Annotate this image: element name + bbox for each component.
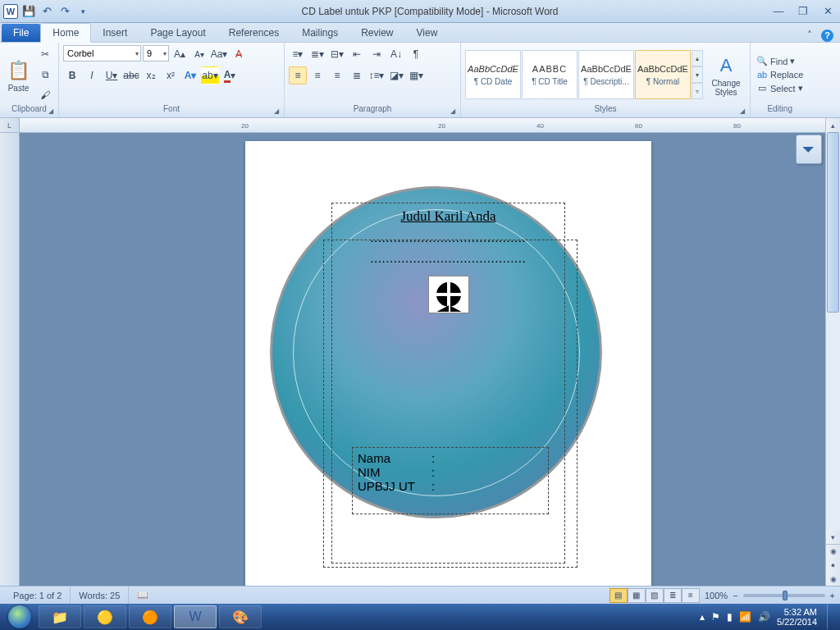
- font-color-button[interactable]: A▾: [221, 66, 239, 84]
- bullets-button[interactable]: ≡▾: [289, 45, 307, 63]
- dots-line-2[interactable]: ........................................: [332, 252, 564, 266]
- style-description[interactable]: AaBbCcDdE¶ Descripti...: [578, 50, 634, 99]
- help-icon[interactable]: ?: [821, 30, 833, 42]
- tray-show-hidden-icon[interactable]: ▴: [700, 611, 705, 623]
- page-count[interactable]: Page: 1 of 2: [5, 587, 71, 604]
- tab-file[interactable]: File: [2, 24, 40, 42]
- bottom-text-frame[interactable]: Nama: NIM: UPBJJ UT:: [352, 447, 549, 514]
- zoom-out-button[interactable]: −: [733, 591, 737, 600]
- tab-insert[interactable]: Insert: [91, 24, 139, 42]
- save-icon[interactable]: 💾: [21, 4, 36, 19]
- underline-button[interactable]: U▾: [103, 66, 121, 84]
- undo-icon[interactable]: ↶: [39, 4, 54, 19]
- clipboard-launcher-icon[interactable]: ◢: [48, 107, 57, 116]
- borders-button[interactable]: ▦▾: [407, 66, 425, 84]
- clear-format-button[interactable]: A̶: [230, 45, 248, 63]
- zoom-value[interactable]: 100%: [700, 591, 733, 600]
- tray-volume-icon[interactable]: 🔊: [758, 611, 770, 623]
- font-launcher-icon[interactable]: ◢: [274, 107, 282, 116]
- browse-object-button[interactable]: ●: [826, 558, 840, 572]
- taskbar-chrome[interactable]: 🟡: [84, 605, 126, 628]
- align-center-button[interactable]: ≡: [308, 66, 326, 84]
- taskbar-clock[interactable]: 5:32 AM 5/22/2014: [777, 607, 817, 627]
- justify-button[interactable]: ≣: [348, 66, 366, 84]
- logo-image[interactable]: [428, 276, 469, 313]
- minimize-button[interactable]: —: [769, 5, 788, 18]
- styles-scroll-up[interactable]: ▴: [692, 50, 703, 66]
- view-outline[interactable]: ≣: [664, 588, 682, 603]
- proofing-button[interactable]: 📖: [129, 587, 157, 604]
- taskbar-word[interactable]: W: [174, 605, 217, 628]
- styles-launcher-icon[interactable]: ◢: [740, 107, 748, 116]
- format-painter-button[interactable]: 🖌: [36, 86, 54, 104]
- word-app-icon[interactable]: W: [3, 4, 18, 19]
- qat-customize-icon[interactable]: ▾: [75, 4, 90, 19]
- font-name-select[interactable]: Corbel▾: [63, 45, 141, 62]
- show-desktop-button[interactable]: [827, 605, 833, 629]
- grow-font-button[interactable]: A▴: [171, 45, 189, 63]
- dots-line-1[interactable]: ........................................: [332, 231, 564, 245]
- expand-panel-button[interactable]: ⏷: [796, 135, 822, 164]
- zoom-in-button[interactable]: +: [830, 591, 835, 600]
- redo-icon[interactable]: ↷: [57, 4, 72, 19]
- numbering-button[interactable]: ≣▾: [308, 45, 326, 63]
- ruler-horizontal[interactable]: 2020406080100: [20, 118, 825, 133]
- shrink-font-button[interactable]: A▾: [190, 45, 208, 63]
- styles-expand[interactable]: ▿: [692, 83, 703, 99]
- decrease-indent-button[interactable]: ⇤: [348, 45, 366, 63]
- next-page-button[interactable]: ◉: [826, 572, 840, 586]
- change-styles-button[interactable]: A Change Styles: [706, 48, 746, 102]
- shading-button[interactable]: ◪▾: [387, 66, 405, 84]
- style-normal[interactable]: AaBbCcDdE¶ Normal: [635, 50, 691, 99]
- zoom-slider[interactable]: [743, 594, 825, 597]
- styles-scroll-down[interactable]: ▾: [692, 66, 703, 83]
- font-size-select[interactable]: 9▾: [143, 45, 169, 62]
- select-button[interactable]: ▭Select ▾: [755, 82, 805, 94]
- ruler-vertical[interactable]: L: [0, 118, 20, 586]
- strikethrough-button[interactable]: abc: [122, 66, 140, 84]
- italic-button[interactable]: I: [83, 66, 101, 84]
- scroll-up-button[interactable]: ▴: [826, 118, 840, 132]
- style-cd-title[interactable]: AABBC¶ CD Title: [522, 50, 578, 99]
- word-count[interactable]: Words: 25: [71, 587, 129, 604]
- copy-button[interactable]: ⧉: [36, 66, 54, 84]
- text-effects-button[interactable]: A▾: [181, 66, 199, 84]
- start-button[interactable]: [3, 605, 36, 629]
- multilevel-button[interactable]: ⊟▾: [328, 45, 346, 63]
- view-print-layout[interactable]: ▤: [609, 588, 628, 603]
- close-button[interactable]: ✕: [819, 5, 837, 18]
- superscript-button[interactable]: x²: [162, 66, 180, 84]
- view-web-layout[interactable]: ▧: [646, 588, 664, 603]
- tab-mailings[interactable]: Mailings: [290, 24, 349, 42]
- scroll-thumb[interactable]: [827, 132, 839, 313]
- taskbar-media-player[interactable]: 🟠: [129, 605, 171, 628]
- show-marks-button[interactable]: ¶: [407, 45, 425, 63]
- tab-review[interactable]: Review: [349, 24, 404, 42]
- increase-indent-button[interactable]: ⇥: [368, 45, 386, 63]
- bold-button[interactable]: B: [63, 66, 81, 84]
- title-text[interactable]: Judul Karil Anda: [332, 208, 564, 225]
- tray-network-icon[interactable]: 📶: [739, 611, 751, 623]
- find-button[interactable]: 🔍Find ▾: [755, 55, 805, 67]
- paragraph-launcher-icon[interactable]: ◢: [450, 107, 459, 116]
- subscript-button[interactable]: x₂: [142, 66, 160, 84]
- document-canvas[interactable]: ⏷ Judul Karil Anda .....................…: [20, 133, 825, 586]
- ribbon-minimize-icon[interactable]: ˄: [803, 29, 816, 42]
- replace-button[interactable]: abReplace: [755, 69, 805, 80]
- line-spacing-button[interactable]: ↕≡▾: [368, 66, 386, 84]
- tab-selector[interactable]: L: [0, 118, 19, 133]
- align-left-button[interactable]: ≡: [289, 66, 307, 84]
- change-case-button[interactable]: Aa▾: [210, 45, 228, 63]
- view-full-screen[interactable]: ▦: [628, 588, 646, 603]
- tab-home[interactable]: Home: [40, 23, 91, 43]
- tray-battery-icon[interactable]: ▮: [727, 611, 733, 623]
- restore-button[interactable]: ❐: [794, 5, 812, 18]
- paste-button[interactable]: 📋 Paste: [4, 48, 33, 102]
- vertical-scrollbar[interactable]: ▴ ▾ ◉ ● ◉: [825, 118, 840, 586]
- scroll-down-button[interactable]: ▾: [826, 530, 840, 544]
- prev-page-button[interactable]: ◉: [826, 544, 840, 558]
- highlight-button[interactable]: ab▾: [201, 66, 219, 84]
- styles-gallery[interactable]: AaBbCcDdE¶ CD Date AABBC¶ CD Title AaBbC…: [465, 50, 703, 99]
- document-page[interactable]: Judul Karil Anda .......................…: [245, 141, 651, 586]
- taskbar-paint[interactable]: 🎨: [219, 605, 262, 628]
